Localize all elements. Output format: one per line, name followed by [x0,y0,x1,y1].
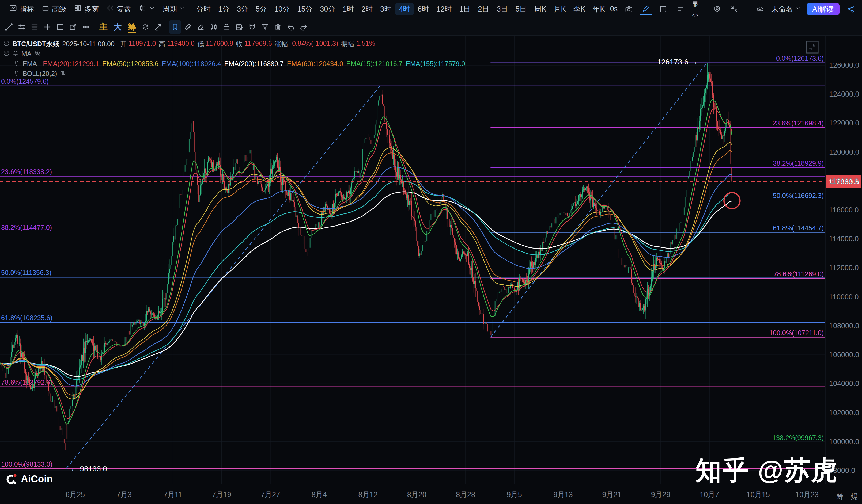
chevron-circle-icon[interactable] [3,50,10,58]
redo-icon[interactable] [297,20,310,34]
cross-tool-icon[interactable] [41,20,54,34]
form-icon[interactable] [233,20,246,34]
timeframe-2时[interactable]: 2时 [358,3,376,15]
rectangle-tool-icon[interactable] [54,20,66,34]
more-dots-icon[interactable] [80,20,92,34]
timeframe-1日[interactable]: 1日 [456,3,474,15]
ema-readout: EMA(15):121016.7 [347,60,403,68]
ema-label[interactable]: EMA [23,60,37,68]
bell-icon[interactable] [12,50,19,58]
trend-line-icon[interactable] [3,20,15,34]
timeframe-30分[interactable]: 30分 [316,3,339,15]
funnel-icon[interactable] [259,20,271,34]
bell-icon[interactable] [13,60,20,68]
ai-analysis-button[interactable]: AI解读 [807,3,840,15]
toolbar-right-group: 0s 显示 未命名 AI解读 [610,0,857,19]
eraser-icon[interactable] [195,20,207,34]
date-tick-label: 7月27 [261,491,280,499]
magnet-icon[interactable] [246,20,258,34]
cycle-icon[interactable] [139,20,152,34]
date-tick-label: 8月12 [358,491,377,499]
share-icon[interactable] [845,3,857,15]
candle-pattern-icon[interactable] [208,20,220,34]
timeframe-3分[interactable]: 3分 [233,3,252,15]
settings-icon[interactable] [711,3,723,15]
trend-arrow-icon[interactable] [152,20,165,34]
undo-icon[interactable] [285,20,297,34]
toolbar-item-指标[interactable]: 指标 [5,3,38,15]
trash-icon[interactable] [272,20,284,34]
ohlc-field-收: 收117969.6 [236,40,272,49]
timeframe-5日[interactable]: 5日 [512,3,530,15]
timeframe-1分[interactable]: 1分 [215,3,233,15]
bell-icon[interactable] [13,70,20,78]
camera-icon[interactable] [623,3,635,15]
tool-text-筹[interactable]: 筹 [125,20,139,34]
price-tick-label: 124000.0 [829,90,859,98]
low-price-label: ← 98133.0 [70,465,107,473]
eye-off-icon[interactable] [34,50,41,58]
pencil-icon[interactable] [640,3,652,15]
ruler-icon[interactable] [182,20,194,34]
timeframe-季K[interactable]: 季K [570,3,589,15]
chip-distribution-button[interactable]: 筹 [836,492,844,502]
fib-right-label: 61.8%(114454.7) [773,224,824,232]
price-tick-label: 102000.0 [829,409,859,417]
timeframe-年K[interactable]: 年K [589,3,609,15]
timeframe-4时[interactable]: 4时 [395,3,414,15]
restore-pane-icon[interactable] [805,40,820,56]
timeframe-6时[interactable]: 6时 [414,3,432,15]
timeframe-15分[interactable]: 15分 [294,3,316,15]
aicoin-logo-icon [6,473,18,485]
display-button[interactable]: 显示 [691,0,706,19]
lock-icon[interactable] [220,20,233,34]
boll-label[interactable]: BOLL(20,2) [23,70,57,78]
timeframe-12时[interactable]: 12时 [433,3,455,15]
horizontal-lines-icon[interactable] [15,20,28,34]
date-axis[interactable]: 6月257月37月117月197月278月48月128月208月289月59月1… [66,491,819,499]
liquidation-button[interactable]: 爆 [851,492,858,502]
circle-annotation[interactable] [724,193,740,209]
layout-name-dropdown[interactable]: 未命名 [771,4,801,14]
price-tick-label: 108000.0 [829,322,859,330]
cloud-save-icon[interactable] [754,3,766,15]
rect-arrow-icon[interactable] [67,20,79,34]
toolbar-item-多窗[interactable]: 多窗 [70,3,103,15]
toolbar-item-高级[interactable]: 高级 [38,3,70,15]
timeframe-3时[interactable]: 3时 [377,3,395,15]
chart-legend: BTC/USDT永续 2025-10-11 00:00 开118971.0高11… [3,39,465,79]
timeframe-分时[interactable]: 分时 [193,3,214,15]
price-tick-label: 120000.0 [829,148,859,156]
timeframe-3日[interactable]: 3日 [493,3,512,15]
tool-text-主[interactable]: 主 [97,20,110,34]
list-icon[interactable] [674,3,686,15]
timeframe-2日[interactable]: 2日 [474,3,493,15]
eye-off-icon[interactable] [60,70,66,78]
timeframe-bar: 分时1分3分5分10分15分30分1时2时3时4时6时12时1日2日3日5日周K… [193,3,609,15]
ema-values: EMA(20):121299.1EMA(50):120853.6EMA(100)… [40,60,465,68]
price-axis[interactable]: 98000.0100000.0102000.0104000.0106000.01… [829,61,859,475]
parallel-lines-icon[interactable] [28,20,41,34]
collapse-icon[interactable] [728,3,740,15]
add-frame-icon[interactable] [657,3,669,15]
timeframe-1时[interactable]: 1时 [339,3,357,15]
timeframe-月K[interactable]: 月K [550,3,570,15]
ma-label[interactable]: MA [22,50,31,58]
timeframe-周K[interactable]: 周K [531,3,550,15]
fib-left-label: 0.0%(124579.6) [1,78,49,85]
timeframe-10分[interactable]: 10分 [271,3,293,15]
toolbar-item-candles-icon[interactable] [135,3,159,15]
bookmark-icon[interactable] [169,20,181,34]
symbol-name[interactable]: BTC/USDT永续 [12,40,60,49]
timeframe-5分[interactable]: 5分 [252,3,270,15]
price-tick-label: 114000.0 [829,235,859,243]
ohlc-row: BTC/USDT永续 2025-10-11 00:00 开118971.0高11… [3,39,465,49]
ohlc-field-涨幅: 涨幅-0.84%(-1001.3) [275,40,338,49]
fibonacci-retracements[interactable]: 0.0%(124579.6)23.6%(118338.2)38.2%(11447… [0,55,825,469]
tool-text-大[interactable]: 大 [111,20,125,34]
ohlc-field-低: 低117600.8 [197,40,233,49]
chevron-circle-icon[interactable] [3,40,10,48]
toolbar-item-周期[interactable]: 周期 [159,3,189,15]
toolbar-item-复盘[interactable]: 复盘 [103,3,135,15]
ema-line-60 [0,150,732,395]
